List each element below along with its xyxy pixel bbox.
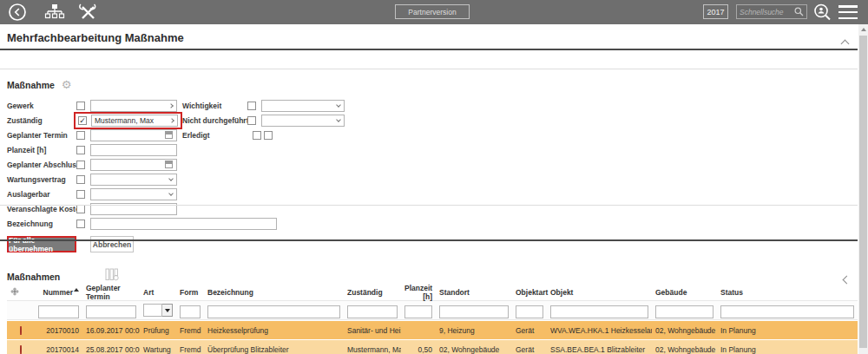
filter-nummer[interactable] xyxy=(38,305,79,318)
cancel-button[interactable]: Abbrechen xyxy=(90,236,134,252)
vertical-scrollbar[interactable] xyxy=(858,24,868,354)
field-label: Zuständig xyxy=(7,116,76,125)
divider xyxy=(0,239,858,241)
filter-form[interactable] xyxy=(180,305,201,318)
wichtigkeit-select[interactable] xyxy=(261,100,345,112)
filter-planzeit[interactable] xyxy=(404,305,432,318)
nicht-durchgefuehrt-checkbox[interactable] xyxy=(247,116,256,125)
year-button[interactable]: 2017 xyxy=(703,4,728,19)
cell-objektart: Gerät xyxy=(512,345,547,354)
cell-objektart: Gerät xyxy=(512,326,547,335)
bezeichnung-checkbox[interactable] xyxy=(76,220,85,228)
filter-gebaeude[interactable] xyxy=(655,305,713,318)
hamburger-menu-icon[interactable] xyxy=(838,5,858,19)
wartungsvertrag-checkbox[interactable] xyxy=(76,175,85,184)
column-settings-icon[interactable] xyxy=(105,268,119,285)
geplanter-abschluss-date-input[interactable] xyxy=(90,159,177,171)
gear-icon[interactable]: ⚙ xyxy=(62,79,72,90)
form-row-planzeit: Planzeit [h] xyxy=(7,142,277,157)
auslagerbar-checkbox[interactable] xyxy=(76,190,85,199)
filter-bezeichnung[interactable] xyxy=(207,305,340,318)
wichtigkeit-checkbox[interactable] xyxy=(247,102,256,110)
sitemap-icon[interactable] xyxy=(43,2,66,23)
cell-gebaeude: 02, Wohngebäude xyxy=(652,345,717,354)
status-dot-icon xyxy=(20,326,22,335)
cell-termin: 16.09.2017 00:00 xyxy=(82,326,140,335)
column-header-form[interactable]: Form xyxy=(176,288,204,297)
geplanter-abschluss-checkbox[interactable] xyxy=(76,161,85,169)
back-icon[interactable] xyxy=(7,2,28,23)
zustaendig-checkbox[interactable]: ✓ xyxy=(78,116,87,125)
geplanter-termin-date-input[interactable] xyxy=(90,129,177,141)
column-header-termin[interactable]: Geplanter Termin xyxy=(82,284,140,301)
erledigt-checkbox-apply[interactable] xyxy=(253,131,261,140)
veranschlagte-kosten-checkbox[interactable] xyxy=(76,205,85,213)
topbar: Partnerversion 2017 xyxy=(0,0,868,24)
tools-icon[interactable] xyxy=(76,2,99,23)
table-row[interactable]: 20170010 16.09.2017 00:00 Prüfung Fremd … xyxy=(7,321,858,339)
chevron-down-icon xyxy=(168,191,174,196)
scrollbar-thumb[interactable] xyxy=(859,36,867,348)
filter-objektart[interactable] xyxy=(516,305,543,318)
chevron-right-icon xyxy=(169,118,174,123)
column-header-nummer[interactable]: Nummer xyxy=(35,288,82,297)
cell-termin: 25.08.2017 00:00 xyxy=(82,345,140,354)
filter-zustaendig[interactable] xyxy=(347,305,398,318)
form-row-erledigt: Erledigt xyxy=(182,128,345,142)
planzeit-input[interactable] xyxy=(90,144,177,156)
field-label: Geplanter Termin xyxy=(7,131,76,140)
wartungsvertrag-select[interactable] xyxy=(90,174,177,186)
form-row-bezeichnung: Bezeichnung xyxy=(7,216,277,231)
form-row-wichtigkeit: Wichtigkeit xyxy=(182,98,345,113)
column-header-standort[interactable]: Standort xyxy=(436,288,512,297)
cell-form: Fremd xyxy=(176,326,204,335)
column-header-gebaeude[interactable]: Gebäude xyxy=(652,288,717,297)
field-label: Erledigt xyxy=(182,131,247,140)
apply-all-button[interactable]: Für alle übernehmen xyxy=(7,236,76,252)
column-header-objekt[interactable]: Objekt xyxy=(547,288,652,297)
cell-art: Prüfung xyxy=(140,326,176,335)
filter-objekt[interactable] xyxy=(550,305,648,318)
divider xyxy=(0,69,858,69)
priority-column-icon[interactable] xyxy=(7,287,35,298)
column-header-art[interactable]: Art xyxy=(140,288,176,297)
cell-bezeichnung: Überprüfung Blitzableiter xyxy=(204,345,344,354)
column-header-planzeit[interactable]: Planzeit [h] xyxy=(401,284,436,301)
scroll-up-icon[interactable] xyxy=(858,24,868,34)
chevron-down-icon xyxy=(336,102,341,108)
zustaendig-value: Mustermann, Max xyxy=(95,116,154,125)
field-label: Bezeichnung xyxy=(7,220,76,228)
filter-art[interactable] xyxy=(143,304,162,317)
filter-termin[interactable] xyxy=(86,305,136,318)
geplanter-termin-checkbox[interactable] xyxy=(76,131,85,140)
gewerk-checkbox[interactable] xyxy=(76,102,85,110)
filter-status[interactable] xyxy=(720,305,854,318)
cell-nummer: 20170010 xyxy=(35,326,82,335)
cell-zustaendig: Sanitär- und Heizu... xyxy=(344,326,401,335)
column-header-status[interactable]: Status xyxy=(717,288,858,297)
column-header-zustaendig[interactable]: Zuständig xyxy=(344,288,401,297)
nicht-durchgefuehrt-select[interactable] xyxy=(261,115,345,127)
calendar-icon[interactable] xyxy=(165,161,173,168)
auslagerbar-select[interactable] xyxy=(90,188,177,200)
gewerk-picker[interactable] xyxy=(90,100,177,112)
calendar-icon[interactable] xyxy=(165,131,173,139)
filter-art-dropdown[interactable] xyxy=(162,304,173,317)
cell-planzeit: 0,50 xyxy=(401,345,436,354)
partner-version-button[interactable]: Partnerversion xyxy=(395,4,470,19)
cell-status: In Planung xyxy=(717,345,858,354)
page-title: Mehrfachbearbeitung Maßnahme xyxy=(7,31,184,44)
form-right-column: Wichtigkeit Nicht durchgeführt Erledigt xyxy=(182,98,345,142)
erledigt-checkbox-value[interactable] xyxy=(264,131,273,140)
planzeit-checkbox[interactable] xyxy=(76,146,85,154)
table-row[interactable]: 20170014 25.08.2017 00:00 Wartung Fremd … xyxy=(7,340,858,354)
filter-standort[interactable] xyxy=(439,305,509,318)
column-header-objektart[interactable]: Objektart xyxy=(512,288,547,297)
column-header-bezeichnung[interactable]: Bezeichnung xyxy=(204,288,344,297)
bezeichnung-input[interactable] xyxy=(90,218,277,230)
section-title-massnahme: Maßnahme xyxy=(7,80,55,90)
quick-search-input[interactable] xyxy=(740,8,794,16)
divider xyxy=(0,49,858,50)
person-search-icon[interactable] xyxy=(812,3,833,22)
zustaendig-picker[interactable]: Mustermann, Max xyxy=(91,115,178,127)
